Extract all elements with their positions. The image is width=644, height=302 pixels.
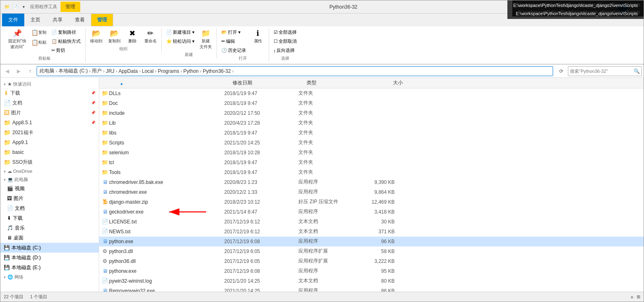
open-button[interactable]: 📂 打开 ▾ <box>219 28 248 37</box>
crumb-appdata[interactable]: AppData <box>119 68 138 74</box>
tab-view[interactable]: 查看 <box>69 14 91 26</box>
file-row[interactable]: 📁 Doc 2018/1/19 9:47 文件夹 <box>99 98 644 108</box>
crumb-c[interactable]: 本地磁盘 (C:) <box>58 67 88 74</box>
address-path[interactable]: 此电脑 › 本地磁盘 (C:) › 用户 › JRJ › AppData › L… <box>37 66 553 76</box>
file-row[interactable]: 🖥 chromedriver.85.bak.exe 2020/8/23 1:23… <box>99 177 644 187</box>
file-icon: 📄 <box>101 228 109 235</box>
sidebar-item-pc-pictures[interactable]: 🖼 图片 <box>0 193 99 203</box>
file-row[interactable]: 🖥 geckodriver.exe 2021/1/14 8:47 应用程序 3,… <box>99 207 644 217</box>
sidebar-item-drive-e[interactable]: 💾 本地磁盘 (E:) <box>0 263 99 272</box>
sep-9: › <box>232 68 234 74</box>
refresh-button[interactable]: ⟳ <box>556 66 566 76</box>
crumb-jrj[interactable]: JRJ <box>106 68 114 74</box>
video-label: 视频 <box>15 185 25 192</box>
sidebar-item-drive-c[interactable]: 💾 本地磁盘 (C:) <box>0 243 99 253</box>
file-row[interactable]: 🗜 django-master.zip 2018/2/23 10:12 好压 Z… <box>99 197 644 207</box>
file-row[interactable]: 📁 selenium 2018/1/19 10:28 文件夹 <box>99 148 644 158</box>
move-to-button[interactable]: 📂 移动到 <box>88 28 105 45</box>
column-date[interactable]: 修改日期 <box>232 79 307 86</box>
back-button[interactable]: ◀ <box>2 66 12 76</box>
crumb-programs[interactable]: Programs <box>158 68 179 74</box>
deselect-all-button[interactable]: ☐ 全部取消 <box>272 37 299 46</box>
crumb-users[interactable]: 用户 <box>92 67 102 74</box>
file-row[interactable]: 📁 Scripts 2021/1/20 14:25 文件夹 <box>99 138 644 148</box>
file-type: 应用程序 <box>298 188 360 195</box>
file-date: 2021/1/20 14:25 <box>224 140 298 146</box>
column-size[interactable]: 大小 <box>368 79 409 86</box>
tab-share[interactable]: 共享 <box>46 14 69 26</box>
new-folder-button[interactable]: 📁 新建文件夹 <box>198 28 214 51</box>
this-pc-expand[interactable]: ▾ <box>4 178 6 182</box>
file-row[interactable]: 📁 Tools 2018/1/19 9:47 文件夹 <box>99 167 644 177</box>
quick-access-expand[interactable]: ▾ <box>4 82 6 86</box>
copy-button[interactable]: 📋 复制 <box>29 28 49 37</box>
sidebar-item-sso[interactable]: 📁 SSO升级 <box>0 157 99 167</box>
view-toggle-icons[interactable]: ⊞ <box>637 294 640 300</box>
sidebar-item-music[interactable]: 🎵 音乐 <box>0 223 99 233</box>
copy-path-label: 复制路径 <box>58 29 76 35</box>
file-row[interactable]: 📁 tcl 2018/1/19 9:47 文件夹 <box>99 158 644 167</box>
file-row[interactable]: ⚙ python36.dll 2017/12/19 6:05 应用程序扩展 3,… <box>99 256 644 266</box>
network-expand[interactable]: ▾ <box>4 275 6 279</box>
file-row[interactable]: 📁 DLLs 2018/1/19 9:47 文件夹 <box>99 88 644 98</box>
file-row[interactable]: 🖥 python.exe 2017/12/19 6:08 应用程序 96 KB <box>99 237 644 246</box>
tab-home[interactable]: 主页 <box>24 14 46 26</box>
file-row[interactable]: 📄 LICENSE.txt 2017/12/19 6:12 文本文档 30 KB <box>99 217 644 227</box>
search-input[interactable] <box>570 69 633 74</box>
sidebar-item-desktop[interactable]: 🖥 桌面 <box>0 233 99 243</box>
crumb-python36[interactable]: Python36-32 <box>203 68 231 74</box>
file-row[interactable]: ⚙ python3.dll 2017/12/19 6:05 应用程序扩展 58 … <box>99 246 644 256</box>
file-row[interactable]: 📁 include 2020/2/12 17:50 文件夹 <box>99 108 644 118</box>
sidebar-item-app851[interactable]: 📁 App8.5.1 📌 <box>0 118 99 128</box>
rename-button[interactable]: ✏ 重命名 <box>142 28 159 45</box>
sidebar-item-2021[interactable]: 📁 2021福卡 <box>0 128 99 137</box>
crumb-python[interactable]: Python <box>183 68 198 74</box>
tab-manage-ribbon[interactable]: 管理 <box>91 14 113 26</box>
delete-button[interactable]: ✖ 删除 <box>124 28 141 45</box>
cut-button[interactable]: ✂ 剪切 <box>49 46 83 55</box>
file-row[interactable]: 📄 NEWS.txt 2017/12/19 6:12 文本文档 371 KB <box>99 227 644 237</box>
forward-button[interactable]: ▶ <box>14 66 23 76</box>
easy-access-button[interactable]: ⭐ 轻松访问 ▾ <box>164 37 197 46</box>
file-row[interactable]: 🖥 pythonw.exe 2017/12/19 6:08 应用程序 95 KB <box>99 266 644 276</box>
select-all-button[interactable]: ☑ 全部选择 <box>272 28 299 37</box>
view-toggle-details[interactable]: ≡ <box>631 295 633 300</box>
history-button[interactable]: 🕐 历史记录 <box>219 46 248 55</box>
sidebar-item-docs[interactable]: 📄 文档 📌 <box>0 98 99 108</box>
file-row[interactable]: 📁 Lib 2020/4/23 17:28 文件夹 <box>99 118 644 128</box>
paste-shortcut-button[interactable]: 📋 粘贴快方式 <box>49 37 83 46</box>
onedrive-expand[interactable]: ▾ <box>4 170 6 174</box>
properties-button[interactable]: ℹ 属性 <box>250 28 266 45</box>
new-item-button[interactable]: 📄 新建项目 ▾ <box>164 28 197 37</box>
sidebar-item-download[interactable]: ⬇ 下载 📌 <box>0 88 99 98</box>
file-row[interactable]: 📁 libs 2018/1/19 9:47 文件夹 <box>99 128 644 138</box>
copy-to-button[interactable]: 📂 复制到 <box>106 28 123 45</box>
file-type: 文件夹 <box>298 119 360 126</box>
crumb-local[interactable]: Local <box>142 68 154 74</box>
pin-quick-access-button[interactable]: 📌 固定到"快速访问" <box>6 28 28 51</box>
sidebar-item-video[interactable]: 🎬 视频 <box>0 184 99 193</box>
column-name[interactable]: ▲ <box>109 80 232 86</box>
sidebar-item-pc-docs[interactable]: 📄 文档 <box>0 203 99 213</box>
file-type: 文件夹 <box>298 139 360 146</box>
file-row[interactable]: 🖥 chromedriver.exe 2020/12/2 1:33 应用程序 9… <box>99 187 644 197</box>
tab-file[interactable]: 文件 <box>2 14 24 26</box>
paste-button[interactable]: 📋 粘贴 <box>29 38 49 47</box>
file-row[interactable]: 🖥 Removepywin32.exe 2021/1/20 14:25 应用程序… <box>99 286 644 292</box>
file-size: 96 KB <box>360 239 401 244</box>
file-row[interactable]: 📄 pywin32-wininst.log 2021/1/20 14:25 文本… <box>99 276 644 286</box>
up-button[interactable]: ↑ <box>25 66 35 76</box>
column-type[interactable]: 类型 <box>307 79 368 86</box>
copy-path-button[interactable]: 📄 复制路径 <box>49 28 83 37</box>
tab-manage[interactable]: 管理 <box>60 2 80 12</box>
edit-button[interactable]: ✏ 编辑 <box>219 37 248 46</box>
sidebar-item-pc-download[interactable]: ⬇ 下载 <box>0 213 99 223</box>
search-box[interactable]: 🔍 <box>568 66 642 76</box>
file-date: 2017/12/19 6:08 <box>224 239 298 244</box>
sidebar-item-app91[interactable]: 📁 App9.1 <box>0 137 99 147</box>
sidebar-item-pictures[interactable]: 🖼 图片 📌 <box>0 108 99 118</box>
sidebar-item-basic[interactable]: 📁 basic <box>0 147 99 157</box>
invert-select-button[interactable]: ↕ 反向选择 <box>272 46 299 55</box>
sidebar-item-drive-d[interactable]: 💾 本地磁盘 (D:) <box>0 253 99 263</box>
crumb-pc[interactable]: 此电脑 <box>40 67 54 74</box>
